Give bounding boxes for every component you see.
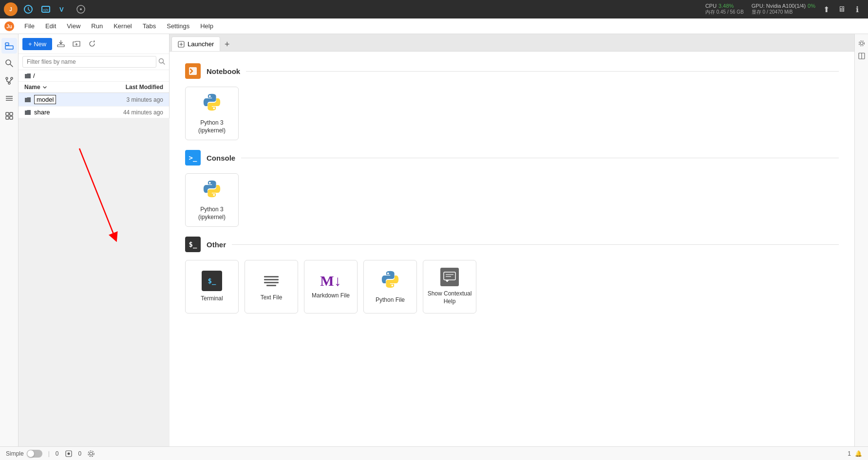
screen-icon[interactable]: 🖥 [835,2,849,16]
python-console-icon [202,179,222,202]
svg-point-52 [67,452,70,455]
sidebar-files-btn[interactable] [1,38,17,54]
sidebar-search-btn[interactable] [1,55,17,71]
menu-kernel[interactable]: Kernel [109,20,137,32]
sidebar-ext-btn[interactable] [1,108,17,124]
console-divider [241,158,839,158]
python3-notebook-card[interactable]: Python 3(ipykernel) [185,87,239,140]
svg-point-16 [8,82,10,84]
svg-point-40 [209,182,211,184]
file-search [19,54,169,70]
system-stats: CPU3.48% 内存 0.45 / 56 GB GPU: Nvidia A10… [705,3,815,16]
vs-icon[interactable]: V [57,2,70,16]
compass-icon[interactable] [74,2,88,16]
page-num: 1 [848,450,851,457]
file-toolbar: + New [19,34,169,54]
add-tab-btn[interactable]: + [220,37,234,51]
file-modified: 44 minutes ago [100,109,163,116]
right-sidebar [854,34,868,446]
svg-point-39 [213,108,215,110]
svg-text:Ju: Ju [6,24,12,29]
contextual-help-card[interactable]: Show Contextual Help [423,260,476,313]
menu-tabs[interactable]: Tabs [138,20,161,32]
notebook-divider [246,71,839,72]
other-section-header: $_ Other [185,237,839,252]
folder-icon [24,73,31,79]
menu-edit[interactable]: Edit [40,20,61,32]
info-icon[interactable]: ℹ [850,2,864,16]
menu-view[interactable]: View [62,20,85,32]
python-notebook-icon [202,92,222,115]
svg-rect-26 [10,116,13,119]
svg-point-15 [11,77,13,79]
svg-rect-44 [444,272,455,280]
folder-icon [24,109,31,116]
python3-console-card[interactable]: Python 3(ipykernel) [185,173,239,227]
right-panel-btn[interactable] [856,51,867,61]
status-count2: 0 [78,450,82,457]
cpu-stat: CPU3.48% 内存 0.45 / 56 GB [705,3,744,16]
svg-point-53 [90,452,93,455]
launcher-content: Notebook Python 3(ipykernel) [170,52,854,446]
markdown-file-label: Markdown File [312,292,350,300]
circle-icon[interactable] [21,2,35,16]
other-divider [232,244,839,245]
menubar: Ju File Edit View Run Kernel Tabs Settin… [0,18,868,34]
markdown-file-card[interactable]: M↓ Markdown File [304,260,358,313]
refresh-btn[interactable] [85,37,99,51]
text-file-card[interactable]: Text File [245,260,298,313]
terminal-icon: $_ [202,271,222,291]
new-folder-btn[interactable] [70,37,83,51]
file-name-editable[interactable]: model [34,95,56,104]
right-gear-btn[interactable] [856,38,867,49]
menu-settings[interactable]: Settings [162,20,194,32]
menu-run[interactable]: Run [86,20,108,32]
statusbar: Simple | 0 0 1 🔔 [0,446,868,460]
terminal-card[interactable]: $_ Terminal [185,260,239,313]
new-button[interactable]: + New [22,38,52,50]
python3-console-label: Python 3(ipykernel) [198,206,226,221]
tag-icon[interactable]: </> [39,2,53,16]
kernel-icon [65,450,73,458]
simple-mode-toggle[interactable]: Simple [6,450,42,458]
markdown-icon: M↓ [320,274,341,288]
contextual-help-label: Show Contextual Help [423,290,476,305]
svg-point-54 [88,451,94,457]
svg-point-14 [6,77,8,79]
console-section-icon: >_ [185,150,201,166]
menu-help[interactable]: Help [195,20,218,32]
other-section-title: Other [207,240,226,249]
svg-text:J: J [9,7,12,12]
svg-rect-27 [57,45,64,47]
gpu-stat: GPU: Nvidia A100(1/4)0% 显存 0 / 20470 MiB [752,3,815,16]
sidebar-menu-btn[interactable] [1,91,17,106]
svg-rect-11 [5,46,13,49]
sidebar-git-btn[interactable] [1,73,17,89]
svg-text:</>: </> [43,8,49,12]
tab-bar: Launcher + [170,34,854,52]
status-right: 1 🔔 [848,450,862,457]
svg-line-13 [10,64,13,67]
contextual-help-icon [440,268,459,286]
upload-icon[interactable]: ⬆ [819,2,833,16]
python-file-card[interactable]: Python File [363,260,417,313]
python-file-label: Python File [376,296,405,304]
python-file-icon [380,269,400,293]
other-cards: $_ Terminal Text File [185,260,839,313]
svg-point-38 [209,95,211,97]
file-row[interactable]: model 3 minutes ago [19,93,169,107]
topbar-actions: ⬆ 🖥 ℹ [819,2,864,16]
toggle-track[interactable] [27,450,42,458]
col-name-header[interactable]: Name [24,84,100,91]
file-row[interactable]: share 44 minutes ago [19,107,169,118]
col-modified-header: Last Modified [100,84,163,91]
bell-icon[interactable]: 🔔 [855,450,862,457]
content-area: Launcher + Notebook [170,34,854,446]
upload-files-btn[interactable] [54,37,68,51]
menu-file[interactable]: File [19,20,39,32]
file-search-input[interactable] [22,56,156,68]
file-list: model 3 minutes ago share 44 minutes ago [19,93,169,118]
svg-rect-10 [5,43,9,45]
notebook-section-header: Notebook [185,63,839,79]
launcher-tab[interactable]: Launcher [171,37,220,51]
